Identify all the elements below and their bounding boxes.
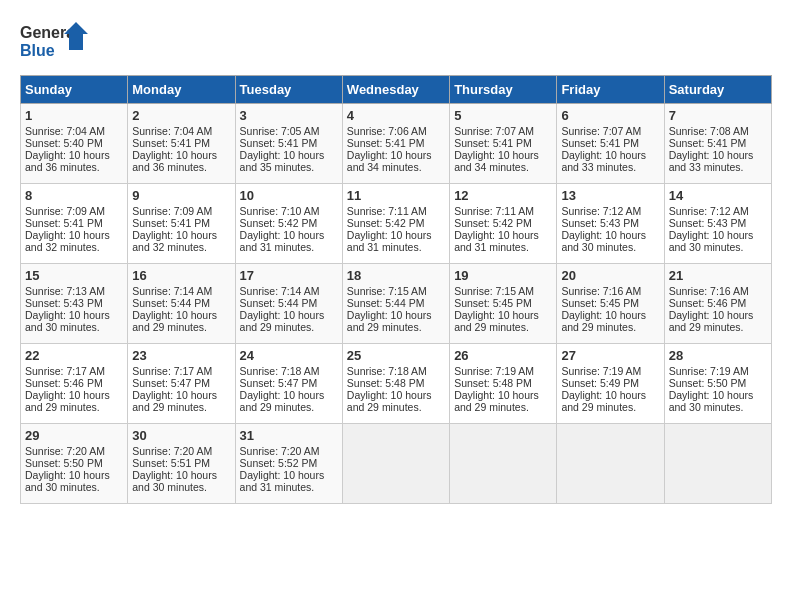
calendar-cell: 28Sunrise: 7:19 AMSunset: 5:50 PMDayligh…	[664, 344, 771, 424]
sunrise-text: Sunrise: 7:16 AM	[561, 285, 641, 297]
week-row-1: 1Sunrise: 7:04 AMSunset: 5:40 PMDaylight…	[21, 104, 772, 184]
daylight-label: Daylight: 10 hoursand 29 minutes.	[132, 389, 217, 413]
calendar-cell: 17Sunrise: 7:14 AMSunset: 5:44 PMDayligh…	[235, 264, 342, 344]
sunrise-text: Sunrise: 7:18 AM	[347, 365, 427, 377]
daylight-label: Daylight: 10 hoursand 29 minutes.	[454, 389, 539, 413]
calendar-cell: 12Sunrise: 7:11 AMSunset: 5:42 PMDayligh…	[450, 184, 557, 264]
calendar-cell: 8Sunrise: 7:09 AMSunset: 5:41 PMDaylight…	[21, 184, 128, 264]
day-number: 14	[669, 188, 767, 203]
day-number: 2	[132, 108, 230, 123]
daylight-label: Daylight: 10 hoursand 29 minutes.	[561, 309, 646, 333]
sunrise-text: Sunrise: 7:14 AM	[132, 285, 212, 297]
day-number: 29	[25, 428, 123, 443]
sunrise-text: Sunrise: 7:04 AM	[25, 125, 105, 137]
sunrise-text: Sunrise: 7:09 AM	[25, 205, 105, 217]
day-number: 12	[454, 188, 552, 203]
sunrise-text: Sunrise: 7:10 AM	[240, 205, 320, 217]
day-number: 31	[240, 428, 338, 443]
sunrise-text: Sunrise: 7:11 AM	[347, 205, 427, 217]
daylight-label: Daylight: 10 hoursand 30 minutes.	[132, 469, 217, 493]
daylight-label: Daylight: 10 hoursand 29 minutes.	[132, 309, 217, 333]
calendar-cell: 16Sunrise: 7:14 AMSunset: 5:44 PMDayligh…	[128, 264, 235, 344]
sunrise-text: Sunrise: 7:19 AM	[561, 365, 641, 377]
day-number: 18	[347, 268, 445, 283]
daylight-label: Daylight: 10 hoursand 29 minutes.	[561, 389, 646, 413]
sunrise-text: Sunrise: 7:15 AM	[454, 285, 534, 297]
calendar-cell: 11Sunrise: 7:11 AMSunset: 5:42 PMDayligh…	[342, 184, 449, 264]
calendar-cell: 15Sunrise: 7:13 AMSunset: 5:43 PMDayligh…	[21, 264, 128, 344]
sunset-text: Sunset: 5:47 PM	[132, 377, 210, 389]
day-number: 30	[132, 428, 230, 443]
day-header-tuesday: Tuesday	[235, 76, 342, 104]
calendar-cell: 1Sunrise: 7:04 AMSunset: 5:40 PMDaylight…	[21, 104, 128, 184]
day-number: 28	[669, 348, 767, 363]
sunrise-text: Sunrise: 7:05 AM	[240, 125, 320, 137]
day-number: 16	[132, 268, 230, 283]
sunset-text: Sunset: 5:41 PM	[132, 217, 210, 229]
sunset-text: Sunset: 5:44 PM	[240, 297, 318, 309]
daylight-label: Daylight: 10 hoursand 35 minutes.	[240, 149, 325, 173]
svg-text:Blue: Blue	[20, 42, 55, 59]
sunrise-text: Sunrise: 7:13 AM	[25, 285, 105, 297]
daylight-label: Daylight: 10 hoursand 31 minutes.	[347, 229, 432, 253]
day-header-saturday: Saturday	[664, 76, 771, 104]
header-row: SundayMondayTuesdayWednesdayThursdayFrid…	[21, 76, 772, 104]
sunrise-text: Sunrise: 7:15 AM	[347, 285, 427, 297]
sunset-text: Sunset: 5:50 PM	[669, 377, 747, 389]
sunrise-text: Sunrise: 7:07 AM	[561, 125, 641, 137]
daylight-label: Daylight: 10 hoursand 29 minutes.	[25, 389, 110, 413]
calendar-cell: 25Sunrise: 7:18 AMSunset: 5:48 PMDayligh…	[342, 344, 449, 424]
calendar-table: SundayMondayTuesdayWednesdayThursdayFrid…	[20, 75, 772, 504]
sunset-text: Sunset: 5:41 PM	[454, 137, 532, 149]
sunset-text: Sunset: 5:45 PM	[561, 297, 639, 309]
day-number: 22	[25, 348, 123, 363]
day-number: 21	[669, 268, 767, 283]
day-number: 25	[347, 348, 445, 363]
week-row-4: 22Sunrise: 7:17 AMSunset: 5:46 PMDayligh…	[21, 344, 772, 424]
sunrise-text: Sunrise: 7:14 AM	[240, 285, 320, 297]
daylight-label: Daylight: 10 hoursand 29 minutes.	[240, 389, 325, 413]
day-number: 4	[347, 108, 445, 123]
calendar-cell: 31Sunrise: 7:20 AMSunset: 5:52 PMDayligh…	[235, 424, 342, 504]
day-number: 9	[132, 188, 230, 203]
calendar-cell: 3Sunrise: 7:05 AMSunset: 5:41 PMDaylight…	[235, 104, 342, 184]
logo-svg: GeneralBlue	[20, 20, 90, 65]
sunset-text: Sunset: 5:41 PM	[561, 137, 639, 149]
day-number: 11	[347, 188, 445, 203]
calendar-cell: 14Sunrise: 7:12 AMSunset: 5:43 PMDayligh…	[664, 184, 771, 264]
sunset-text: Sunset: 5:49 PM	[561, 377, 639, 389]
calendar-cell: 13Sunrise: 7:12 AMSunset: 5:43 PMDayligh…	[557, 184, 664, 264]
daylight-label: Daylight: 10 hoursand 29 minutes.	[669, 309, 754, 333]
sunset-text: Sunset: 5:48 PM	[454, 377, 532, 389]
logo: GeneralBlue	[20, 20, 90, 65]
calendar-cell: 23Sunrise: 7:17 AMSunset: 5:47 PMDayligh…	[128, 344, 235, 424]
day-number: 26	[454, 348, 552, 363]
sunset-text: Sunset: 5:42 PM	[240, 217, 318, 229]
sunrise-text: Sunrise: 7:20 AM	[132, 445, 212, 457]
calendar-cell: 29Sunrise: 7:20 AMSunset: 5:50 PMDayligh…	[21, 424, 128, 504]
sunset-text: Sunset: 5:46 PM	[25, 377, 103, 389]
sunset-text: Sunset: 5:48 PM	[347, 377, 425, 389]
sunset-text: Sunset: 5:41 PM	[669, 137, 747, 149]
sunset-text: Sunset: 5:52 PM	[240, 457, 318, 469]
calendar-cell: 19Sunrise: 7:15 AMSunset: 5:45 PMDayligh…	[450, 264, 557, 344]
daylight-label: Daylight: 10 hoursand 32 minutes.	[25, 229, 110, 253]
daylight-label: Daylight: 10 hoursand 29 minutes.	[347, 389, 432, 413]
sunrise-text: Sunrise: 7:06 AM	[347, 125, 427, 137]
sunset-text: Sunset: 5:51 PM	[132, 457, 210, 469]
daylight-label: Daylight: 10 hoursand 30 minutes.	[25, 309, 110, 333]
sunset-text: Sunset: 5:41 PM	[132, 137, 210, 149]
calendar-cell: 6Sunrise: 7:07 AMSunset: 5:41 PMDaylight…	[557, 104, 664, 184]
sunrise-text: Sunrise: 7:07 AM	[454, 125, 534, 137]
sunset-text: Sunset: 5:40 PM	[25, 137, 103, 149]
calendar-cell: 24Sunrise: 7:18 AMSunset: 5:47 PMDayligh…	[235, 344, 342, 424]
day-number: 24	[240, 348, 338, 363]
daylight-label: Daylight: 10 hoursand 30 minutes.	[561, 229, 646, 253]
calendar-cell: 30Sunrise: 7:20 AMSunset: 5:51 PMDayligh…	[128, 424, 235, 504]
daylight-label: Daylight: 10 hoursand 32 minutes.	[132, 229, 217, 253]
sunrise-text: Sunrise: 7:17 AM	[132, 365, 212, 377]
sunset-text: Sunset: 5:50 PM	[25, 457, 103, 469]
daylight-label: Daylight: 10 hoursand 36 minutes.	[25, 149, 110, 173]
day-number: 17	[240, 268, 338, 283]
calendar-cell	[557, 424, 664, 504]
